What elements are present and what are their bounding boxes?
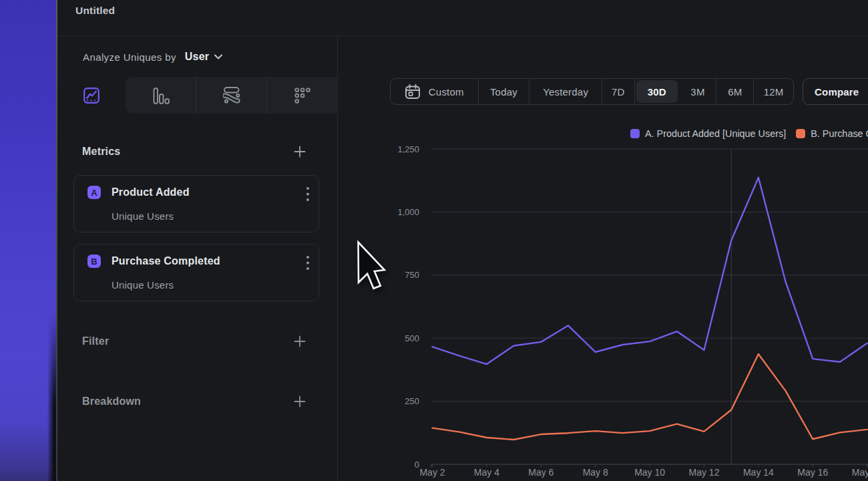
tab-flows[interactable] — [196, 77, 266, 114]
svg-text:May 18: May 18 — [852, 467, 868, 478]
svg-text:750: 750 — [405, 270, 419, 280]
svg-text:May 16: May 16 — [797, 467, 828, 478]
metric-name[interactable]: Product Added — [112, 186, 190, 198]
strip-shadow — [45, 314, 56, 481]
kebab-menu-icon[interactable] — [306, 186, 310, 202]
mouse-cursor-icon — [351, 235, 397, 299]
add-breakdown-button[interactable] — [294, 395, 306, 408]
metric-badge-a: A — [87, 186, 101, 199]
line-chart[interactable]: 02505007501,0001,250May 2May 4May 6May 8… — [337, 36, 868, 481]
svg-text:May 6: May 6 — [528, 467, 554, 478]
metric-subtitle[interactable]: Unique Users — [112, 279, 174, 291]
window-edge-divider — [56, 0, 57, 481]
svg-text:May 2: May 2 — [419, 467, 445, 478]
app-window: Untitled Analyze Uniques by User — [0, 0, 868, 481]
kebab-menu-icon[interactable] — [306, 255, 310, 271]
metric-card-b[interactable]: B Purchase Completed Unique Users — [73, 244, 319, 301]
svg-text:May 14: May 14 — [743, 467, 774, 478]
add-filter-button[interactable] — [294, 335, 306, 347]
svg-text:500: 500 — [405, 333, 419, 343]
metric-subtitle[interactable]: Unique Users — [112, 210, 174, 222]
analyze-value-dropdown[interactable]: User — [185, 51, 209, 63]
insights-line-chart-icon — [83, 87, 100, 104]
metric-card-a[interactable]: A Product Added Unique Users — [73, 175, 319, 232]
add-metric-button[interactable] — [294, 146, 306, 158]
metric-badge-b: B — [87, 255, 101, 268]
analyze-uniques-row: Analyze Uniques by User — [83, 49, 223, 64]
chevron-down-icon[interactable] — [214, 53, 223, 60]
svg-text:1,250: 1,250 — [397, 144, 419, 154]
chart-type-tabs — [126, 77, 337, 114]
metrics-section-title: Metrics — [82, 146, 120, 158]
analyze-label: Analyze Uniques by — [83, 51, 176, 63]
filter-section-title: Filter — [82, 335, 109, 347]
report-title[interactable]: Untitled — [75, 5, 115, 17]
tab-retention[interactable] — [266, 77, 337, 114]
metric-name[interactable]: Purchase Completed — [112, 255, 220, 267]
svg-text:May 10: May 10 — [634, 467, 665, 478]
retention-grid-icon — [294, 88, 310, 104]
svg-text:250: 250 — [405, 396, 419, 406]
tab-insights[interactable] — [57, 77, 126, 114]
breakdown-section-title: Breakdown — [82, 395, 141, 408]
svg-text:May 8: May 8 — [583, 467, 608, 478]
bar-chart-icon — [152, 87, 170, 104]
svg-text:0: 0 — [415, 460, 419, 470]
svg-text:May 12: May 12 — [689, 467, 720, 478]
flows-icon — [223, 87, 240, 104]
tab-bar-chart[interactable] — [126, 77, 196, 114]
svg-text:1,000: 1,000 — [397, 207, 419, 217]
svg-text:May 4: May 4 — [474, 467, 499, 478]
